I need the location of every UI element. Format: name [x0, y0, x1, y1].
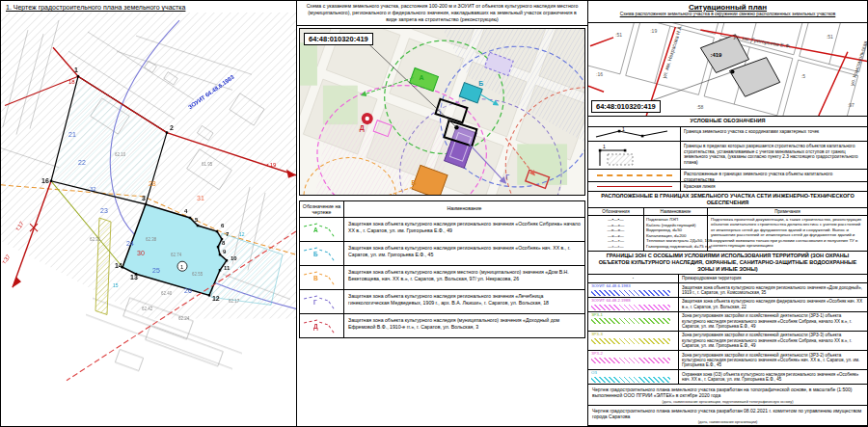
plan-label: 62.55 [192, 272, 203, 277]
networks-header: РАСПОЛОЖЕННЫЕ В ГРАНИЦАХ ЗЕМЕЛЬНОГО УЧАС… [588, 192, 867, 208]
plan-label: 13 [130, 274, 138, 280]
networks-name-column: Наименование Подземная ЛЭП Кабель (недей… [644, 208, 708, 251]
red-line-symbol [588, 182, 681, 191]
plan-label: А [420, 74, 424, 81]
plan-label: 62.40 [161, 291, 173, 296]
networks-col-header: Обозначения [588, 208, 643, 216]
plan-label: 62.10 [115, 152, 126, 157]
zrz3-symbol: ЗРЗ-3 [588, 332, 679, 350]
red-line-icon [597, 186, 672, 187]
plan-label: 1 [74, 67, 78, 73]
situational-plan-subtitle: Схема расположения земельного участка в … [590, 12, 865, 16]
zone-row: ЗРЗ-1 Зона регулирования застройки и хоз… [588, 312, 867, 332]
plan-label: 62.42 [142, 307, 153, 311]
plan-label: т.37 [1, 253, 12, 265]
metro-marker-inner [366, 117, 369, 120]
gpzu-document-page: 1. Чертеж градостроительного плана земел… [0, 0, 868, 427]
networks-names: Подземная ЛЭП Кабель (недействующий) Вод… [644, 216, 707, 251]
zone-text: Защитная зона объекта культурного наслед… [679, 298, 867, 311]
zone-d-symbol: Д [300, 314, 344, 337]
gas-symbol: —г—г— [590, 244, 641, 250]
plan-label: ул. им. Некрасова Н.А. [661, 23, 683, 78]
legend-row-text: Защитная зона объекта культурного наслед… [344, 266, 584, 289]
plan-label: :97 [848, 102, 854, 108]
plan-label: 21 [68, 131, 76, 138]
plan-label: Д [360, 124, 365, 132]
symbol-text: Расположенные в границах земельного учас… [681, 170, 867, 181]
situational-plan-title: Ситуационный план [590, 3, 865, 12]
zouit-blue-symbol: ЗОУИТ 64.48.6.1983 [588, 283, 679, 297]
plan-label: :58 [696, 104, 703, 110]
legend-header-symbol: Обозначение на чертеже [300, 201, 344, 217]
boundary-symbol: 1 [588, 127, 681, 141]
boundary-symbol-icon: 1 [592, 127, 677, 140]
build-limit-symbol-icon: 1 [592, 143, 677, 168]
plan-label: 32 [90, 186, 96, 192]
cadastral-number-label: 64:48:010320:419 [304, 33, 373, 45]
zone-v-symbol: В [300, 266, 344, 289]
plan-label: :51 [827, 34, 833, 40]
zone-row: ЗОУИТ 64.48.2.1988 Защитная зона объекта… [588, 298, 867, 312]
legend-row: Г Защитная зона объекта культурного насл… [300, 290, 584, 314]
cadastral-leader-line [644, 71, 732, 103]
zouit-map-canvas: АБВГД [300, 29, 584, 195]
legend-row-text: Защитная зона объекта культурного наслед… [344, 314, 584, 337]
networks-note: Подготовка проектной документации, а так… [708, 216, 867, 251]
topo-basis-note: Чертеж градостроительного плана земельно… [588, 385, 867, 399]
vertex-number: 1 [622, 127, 625, 132]
topo-basis-caption: (дата, наименование организации, подгото… [588, 399, 867, 406]
legend-header-row: Обозначение на чертеже Наименование [300, 201, 584, 218]
symbol-text: Границы в пределах которых разрешается с… [681, 142, 867, 169]
park-area [323, 86, 358, 124]
plan-label: 30 [137, 250, 145, 256]
symbol-row: 1 Граница земельного участка с координат… [588, 127, 867, 142]
plan-label: 18 [68, 79, 75, 85]
plan-label: 3 [142, 195, 146, 201]
plan-label: :5 [801, 73, 805, 79]
plan-label: :16 [596, 71, 603, 77]
plan-label: :19 [650, 28, 657, 34]
plan-label: 62.31 [90, 237, 101, 242]
build-limit-symbol: 1 [588, 142, 681, 169]
plan-label: 25 [152, 267, 160, 274]
cadastral-number-label: 64:48:010320:419 [591, 100, 661, 113]
legend-row: Б Защитная зона объекта культурного насл… [300, 242, 584, 266]
schema-legend: Обозначение на чертеже Наименование А За… [299, 200, 585, 338]
networks-col-header: Примечания [708, 208, 867, 216]
plan-label: 11 [224, 265, 231, 271]
plan-label: 26 [184, 287, 192, 294]
plan-label: 12 [212, 295, 220, 302]
situational-map: ул. им. Некрасова Н.А.ул. им. Григорьева… [588, 23, 867, 117]
zouit-schema-map: АБВГД 64:48:010320:419 [299, 28, 585, 196]
zrz2-symbol: ЗРЗ-2 [588, 351, 679, 369]
plan-label: 23 [100, 207, 108, 214]
symbol-text: Граница земельного участка с координатам… [681, 127, 867, 141]
networks-col-header: Наименование [644, 208, 707, 216]
plan-label: 62.17 [229, 299, 240, 304]
legend-row-text: Защитная зона объекта культурного наслед… [344, 290, 584, 313]
drawing-title: 1. Чертеж градостроительного плана земел… [1, 1, 296, 13]
zone-b-symbol: Б [300, 242, 344, 265]
networks-symbols: —▪—▪— —х—х— —в—в— —к—к— —т—т— —г—г— [588, 216, 643, 251]
networks-table: Обозначения —▪—▪— —х—х— —в—в— —к—к— —т—т… [588, 208, 867, 252]
network-item: Газопровод подземный, d=75 н.д. [646, 244, 705, 250]
plan-label: т.19 [266, 162, 277, 168]
aerodrome-zone-symbol: · [588, 275, 679, 282]
site-plan-drawing: 1182345678910111213141621222324252632283… [1, 13, 296, 426]
info-panel: Ситуационный план Схема расположения зем… [588, 1, 867, 426]
zone-text: Зона регулирования застройки и хозяйстве… [679, 332, 867, 350]
zone-text: Зона регулирования застройки и хозяйстве… [679, 351, 867, 369]
legend-header-name: Наименование [344, 202, 584, 215]
zone-row: ЗОУИТ 64.48.6.1983 Защитная зона объекта… [588, 283, 867, 298]
plan-label: :51 [615, 32, 622, 38]
drawing-panel: 1. Чертеж градостроительного плана земел… [1, 1, 297, 426]
plan-label: 16 [41, 177, 49, 184]
symbol-row: Расположенные в границах земельного учас… [588, 170, 867, 182]
zone-row: ЗРЗ-2 Зона регулирования застройки и хоз… [588, 351, 867, 370]
symbol-row: Красная линия [588, 182, 867, 192]
legend-row: А Защитная зона объекта культурного насл… [300, 218, 584, 242]
symbols-header: УСЛОВНЫЕ ОБОЗНАЧЕНИЯ [588, 117, 867, 127]
zouit-schema-panel: Схема с указанием земельного участка, ра… [297, 1, 588, 426]
plan-label: 15 [113, 282, 119, 288]
legend-row: В Защитная зона объекта культурного насл… [300, 266, 584, 290]
